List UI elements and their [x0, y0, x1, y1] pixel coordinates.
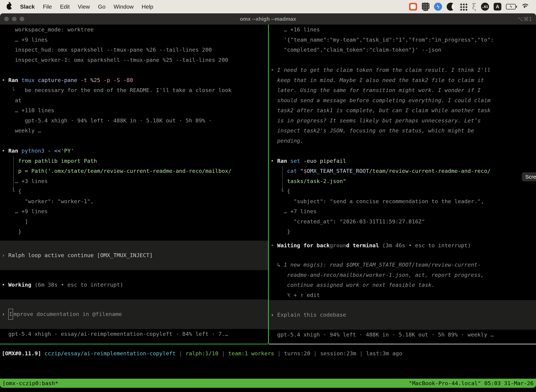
screen-tooltip: Scre	[522, 173, 536, 181]
text-segment: gpt-5.4 xhigh · 94% left · 488K in · 5.1…	[271, 331, 494, 338]
tmux-pane-left[interactable]: workspace_mode: worktree … +9 lines insp…	[0, 25, 268, 339]
text-segment: (3m 46s • esc to interrupt)	[379, 242, 471, 248]
text-segment: … +16 lines	[271, 26, 320, 33]
text-segment	[271, 168, 287, 174]
terminal-row	[0, 136, 268, 146]
zigzag-badge-icon[interactable]: ϟ	[434, 3, 442, 11]
text-segment: -euo pipefail	[304, 158, 346, 164]
pane-divider[interactable]	[268, 25, 269, 344]
terminal-row: "created_at": "2026-03-31T11:59:27.816Z"	[269, 217, 536, 227]
text-segment	[41, 350, 44, 356]
wifi-icon[interactable]: •	[520, 3, 529, 10]
text-segment: ›	[271, 310, 277, 320]
usage-badge-icon[interactable]: ..61	[481, 3, 489, 11]
text-segment: {	[287, 188, 290, 194]
terminal-row	[0, 65, 268, 75]
terminal-input-band[interactable]: › Improve documentation in @filename	[0, 299, 268, 329]
text-segment: tmux	[21, 77, 38, 83]
text-segment: └	[2, 87, 25, 93]
apple-menu-icon[interactable]	[7, 4, 12, 10]
menu-item-edit[interactable]: Edit	[60, 4, 70, 10]
terminal-row: … +9 lines	[0, 35, 268, 45]
text-segment: •	[271, 67, 277, 73]
text-segment: $	[304, 168, 307, 174]
dots-grid-icon[interactable]	[459, 3, 467, 11]
terminal-row: inspect task2's JSON, focusing on the st…	[269, 126, 536, 136]
pane-bottom-border-active	[0, 344, 268, 344]
text-segment: inspect_worker-1: omx sparkshell --tmux-…	[2, 57, 228, 63]
text-segment: (6m 38s • esc to interrupt)	[31, 281, 123, 288]
terminal-row: └ {	[0, 186, 268, 196]
text-segment: /team/review-current-readme-and-reco/	[369, 168, 491, 174]
text-segment: turns:20	[284, 350, 310, 356]
text-segment: inspect task2's JSON, focusing on the st…	[271, 127, 474, 134]
output-connector-line	[282, 166, 282, 191]
squiggle-icon[interactable]: ξ	[472, 2, 476, 11]
menu-item-window[interactable]: Window	[114, 4, 134, 10]
text-segment: "completed","claim_token":"claim-token"}…	[271, 47, 441, 53]
pane-bottom-border-inactive	[269, 344, 536, 344]
tmux-pane-right[interactable]: … +16 lines '{"team_name":"my-team","tas…	[269, 25, 536, 340]
text-segment: inspect_hud: omx sparkshell --tmux-pane …	[2, 47, 212, 53]
shield-grid-icon[interactable]	[422, 2, 429, 11]
text-segment: Ran	[8, 77, 21, 83]
terminal-input-band[interactable]: › Explain this codebase	[269, 300, 536, 330]
menu-item-help[interactable]: Help	[142, 4, 153, 10]
text-segment: └	[2, 188, 18, 194]
text-segment: •	[2, 148, 8, 154]
terminal-row: … +9 lines	[0, 206, 268, 217]
terminal-row: later. Using the same for transition mig…	[269, 85, 536, 95]
text-segment: {	[18, 188, 21, 194]
text-segment: weekly …	[2, 127, 41, 134]
menu-item-go[interactable]: Go	[98, 4, 105, 10]
terminal-row: readme-and-reco/mailbox/worker-1.json, a…	[269, 270, 536, 280]
terminal-content: workspace_mode: worktree … +9 lines insp…	[0, 25, 536, 388]
text-segment: … +7 lines	[271, 208, 316, 215]
text-segment: -p -S -80	[104, 77, 133, 83]
terminal-row: └ be necessary for the end of the README…	[0, 85, 268, 95]
terminal-row: … +3 lines	[0, 176, 268, 186]
text-segment: groun	[330, 242, 346, 248]
text-segment: team:1 workers	[228, 350, 274, 356]
chat-app-icon[interactable]	[409, 3, 417, 10]
text-segment: "	[343, 178, 346, 184]
terminal-row: • Working (6m 38s • esc to interrupt)	[0, 280, 268, 290]
terminal-row: inspect_hud: omx sparkshell --tmux-pane …	[0, 45, 268, 55]
text-segment: -	[48, 148, 54, 154]
text-segment: keep that in mind. Maybe I also need the…	[271, 77, 484, 83]
terminal-input-band[interactable]: › Ralph loop active continue [OMX_TMUX_I…	[0, 241, 268, 270]
terminal-row	[269, 146, 536, 156]
menu-item-file[interactable]: File	[43, 4, 52, 10]
text-segment: "	[300, 168, 304, 174]
terminal-row: gpt-5.4 xhigh · 94% left · 488K in · 5.1…	[0, 116, 268, 126]
crescent-icon[interactable]	[447, 3, 455, 11]
text-segment: <<	[54, 148, 61, 154]
text-segment: OMX_TEAM_STATE_ROOT	[307, 168, 369, 174]
text-segment: session:23m	[320, 350, 356, 356]
menu-app-name[interactable]: Slack	[20, 4, 35, 10]
battery-icon[interactable]: ϟ	[506, 4, 516, 9]
terminal-row: … +110 lines	[0, 105, 268, 116]
terminal-row: [OMX#0.11.9] cczip/essay/ai-reimplementa…	[0, 348, 536, 359]
text-segment: continue assigned work or next feasible …	[271, 282, 435, 288]
terminal-row: from pathlib import Path	[0, 156, 268, 166]
terminal-row: • Ran python3 - <<'PY'	[0, 146, 268, 156]
terminal-row: gpt-5.4 xhigh · 94% left · 488K in · 5.1…	[269, 330, 536, 340]
text-segment: Ran	[277, 158, 290, 164]
terminal-row: at	[0, 95, 268, 106]
terminal-row: tasks/task-2.json"	[269, 176, 536, 186]
text-segment: •	[2, 77, 8, 83]
screen: { "menu_bar": { "app_name": "Slack", "it…	[0, 0, 536, 392]
text-segment: … +3 lines	[2, 178, 48, 184]
window-titlebar[interactable]: omx --xhigh --madmax ⌥⌘1	[0, 13, 536, 25]
text-segment: … +9 lines	[2, 208, 48, 215]
text-segment: |	[310, 350, 320, 356]
text-segment: python3	[21, 148, 48, 154]
text-segment: "subject": "send a concise recommendatio…	[271, 198, 484, 205]
menu-bar-status-icons: ϟξ..61Aϟ•	[407, 2, 536, 11]
text-segment: [OMX#0.11.9]	[2, 350, 41, 356]
input-source-icon[interactable]: A	[494, 3, 501, 10]
text-segment: p = Path('.omx/state/team/review-current…	[2, 168, 231, 174]
menu-item-view[interactable]: View	[78, 4, 90, 10]
output-connector-line	[13, 156, 14, 191]
